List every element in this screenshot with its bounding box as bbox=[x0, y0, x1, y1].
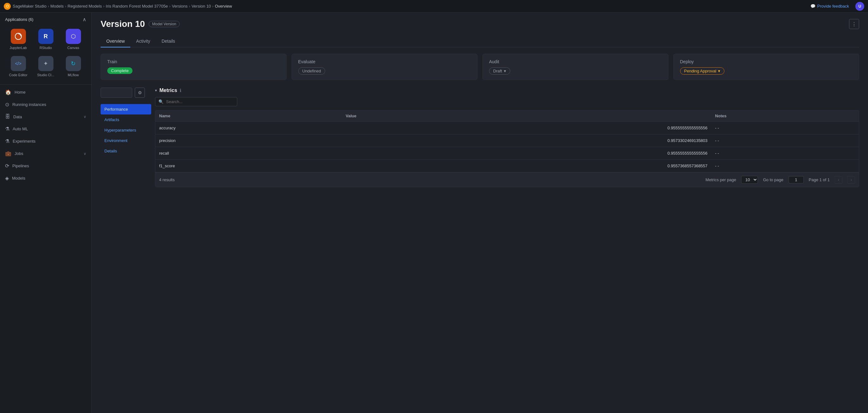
audit-status-badge[interactable]: Draft ▾ bbox=[489, 67, 510, 75]
sidebar-item-jobs[interactable]: 💼 Jobs ∨ bbox=[0, 147, 91, 160]
metrics-left: ⚙ Performance Artifacts Hyperparameters … bbox=[101, 88, 151, 156]
sidebar-divider-1 bbox=[0, 85, 91, 85]
top-nav-right: 💬 Provide feedback U bbox=[808, 2, 864, 11]
page-info: Page 1 of 1 bbox=[809, 178, 830, 182]
search-icon: 🔍 bbox=[158, 99, 163, 104]
sidebar-item-models[interactable]: ◈ Models bbox=[0, 172, 91, 184]
sidebar-data-label: Data bbox=[13, 115, 80, 119]
next-page-button[interactable]: › bbox=[847, 176, 855, 184]
cell-notes-2: - - bbox=[711, 147, 859, 160]
sidebar-item-experiments[interactable]: ⚗ Experiments bbox=[0, 135, 91, 147]
apps-grid: JupyterLab R RStudio ⬡ Canvas </> Code E… bbox=[0, 25, 91, 83]
app-canvas[interactable]: ⬡ Canvas bbox=[60, 26, 86, 52]
table-row: precision 0.9573302469135803 - - bbox=[155, 134, 859, 147]
jupyterlab-icon bbox=[11, 29, 26, 44]
running-instances-icon: ⊙ bbox=[5, 101, 9, 107]
app-mlflow[interactable]: ↻ MLflow bbox=[60, 54, 86, 80]
metrics-area: ⚙ Performance Artifacts Hyperparameters … bbox=[101, 88, 859, 187]
breadcrumb: SageMaker Studio › Models › Registered M… bbox=[13, 4, 232, 8]
models-icon: ◈ bbox=[5, 175, 9, 181]
metrics-search-box: 🔍 bbox=[155, 97, 237, 106]
app-studio-classic[interactable]: ✦ Studio Cl... bbox=[33, 54, 59, 80]
breadcrumb-models[interactable]: Models bbox=[50, 4, 64, 8]
sidebar-item-data[interactable]: 🗄 Data ∨ bbox=[0, 111, 91, 123]
content-area: Version 10 Model Version ⋮ Overview Acti… bbox=[92, 13, 868, 413]
home-icon: 🏠 bbox=[5, 89, 11, 95]
sidebar-item-pipelines[interactable]: ⟳ Pipelines bbox=[0, 160, 91, 172]
feedback-icon: 💬 bbox=[810, 4, 815, 8]
breadcrumb-registered-models[interactable]: Registered Models bbox=[68, 4, 102, 8]
user-avatar[interactable]: U bbox=[855, 2, 864, 11]
metrics-sidebar-details[interactable]: Details bbox=[101, 146, 151, 156]
audit-badge-label: Draft bbox=[493, 69, 502, 73]
breadcrumb-version10[interactable]: Version 10 bbox=[191, 4, 211, 8]
col-notes: Notes bbox=[711, 110, 859, 122]
metrics-section-title: Metrics bbox=[159, 88, 177, 93]
metrics-sidebar-performance[interactable]: Performance bbox=[101, 104, 151, 115]
evaluate-card-title: Evaluate bbox=[298, 59, 471, 64]
app-jupyterlab[interactable]: JupyterLab bbox=[5, 26, 31, 52]
cell-name-1: precision bbox=[155, 134, 342, 147]
sidebar-item-home[interactable]: 🏠 Home bbox=[0, 86, 91, 98]
page-header: Version 10 Model Version ⋮ bbox=[101, 19, 859, 29]
jupyterlab-label: JupyterLab bbox=[9, 46, 27, 50]
cell-name-0: accuracy bbox=[155, 122, 342, 134]
metrics-controls: ⚙ bbox=[101, 88, 151, 98]
tab-details[interactable]: Details bbox=[156, 35, 181, 47]
cell-name-2: recall bbox=[155, 147, 342, 160]
mlflow-icon: ↻ bbox=[66, 56, 81, 71]
experiments-icon: ⚗ bbox=[5, 138, 9, 144]
table-row: f1_score 0.9557368557368557 - - bbox=[155, 160, 859, 172]
breadcrumb-sep-3: › bbox=[103, 4, 104, 8]
metrics-info-icon[interactable]: ℹ bbox=[180, 88, 181, 93]
audit-dropdown-icon: ▾ bbox=[504, 69, 506, 73]
footer-right: Metrics per page 10 25 50 Go to page Pag… bbox=[705, 176, 855, 184]
train-card-title: Train bbox=[107, 59, 280, 64]
collapse-metrics-icon[interactable]: ▾ bbox=[155, 88, 157, 93]
mlflow-label: MLflow bbox=[68, 73, 79, 77]
app-rstudio[interactable]: R RStudio bbox=[33, 26, 59, 52]
deploy-dropdown-icon: ▾ bbox=[718, 69, 720, 73]
feedback-label: Provide feedback bbox=[817, 4, 849, 8]
metrics-sidebar-artifacts[interactable]: Artifacts bbox=[101, 115, 151, 125]
metrics-sidebar-hyperparameters[interactable]: Hyperparameters bbox=[101, 125, 151, 135]
settings-icon: ⚙ bbox=[138, 90, 142, 95]
apps-section-header: Applications (6) ∧ bbox=[0, 13, 91, 25]
tab-overview[interactable]: Overview bbox=[101, 35, 130, 47]
deploy-card-title: Deploy bbox=[680, 59, 853, 64]
metrics-header: ▾ Metrics ℹ bbox=[155, 88, 859, 93]
prev-page-button[interactable]: ‹ bbox=[835, 176, 842, 184]
table-row: recall 0.9555555555555556 - - bbox=[155, 147, 859, 160]
sidebar: Applications (6) ∧ JupyterLab R RStudio … bbox=[0, 13, 92, 413]
per-page-select[interactable]: 10 25 50 bbox=[741, 176, 758, 184]
data-icon: 🗄 bbox=[5, 114, 10, 120]
metrics-settings-button[interactable]: ⚙ bbox=[135, 88, 145, 98]
sidebar-item-running-instances[interactable]: ⊙ Running instances bbox=[0, 98, 91, 111]
metrics-search-input[interactable] bbox=[166, 99, 234, 104]
feedback-button[interactable]: 💬 Provide feedback bbox=[808, 3, 851, 10]
audit-status-card: Audit Draft ▾ bbox=[483, 54, 669, 80]
deploy-status-badge[interactable]: Pending Approval ▾ bbox=[680, 67, 725, 75]
metrics-filter-input[interactable] bbox=[101, 88, 132, 98]
sidebar-item-automl[interactable]: ⚗ Auto ML bbox=[0, 123, 91, 135]
metrics-content: ▾ Metrics ℹ 🔍 Name Value Notes bbox=[155, 88, 859, 187]
model-version-badge: Model Version bbox=[149, 21, 180, 27]
breadcrumb-sagemaker[interactable]: SageMaker Studio bbox=[13, 4, 46, 8]
metrics-sidebar: Performance Artifacts Hyperparameters En… bbox=[101, 104, 151, 156]
breadcrumb-sep-1: › bbox=[48, 4, 49, 8]
cell-notes-3: - - bbox=[711, 160, 859, 172]
more-options-button[interactable]: ⋮ bbox=[849, 19, 859, 29]
cell-notes-0: - - bbox=[711, 122, 859, 134]
metrics-sidebar-environment[interactable]: Environment bbox=[101, 135, 151, 146]
evaluate-status-card: Evaluate Undefined bbox=[292, 54, 478, 80]
top-nav: ⬡ SageMaker Studio › Models › Registered… bbox=[0, 0, 868, 13]
train-status-card: Train Complete bbox=[101, 54, 287, 80]
collapse-button[interactable]: ∧ bbox=[83, 17, 86, 23]
app-code-editor[interactable]: </> Code Editor bbox=[5, 54, 31, 80]
breadcrumb-model-name[interactable]: Iris Random Forest Model 37705e bbox=[106, 4, 168, 8]
jobs-icon: 💼 bbox=[5, 151, 11, 157]
breadcrumb-versions[interactable]: Versions bbox=[172, 4, 188, 8]
table-footer: 4 results Metrics per page 10 25 50 Go t… bbox=[155, 172, 859, 187]
goto-page-input[interactable] bbox=[788, 176, 804, 183]
tab-activity[interactable]: Activity bbox=[130, 35, 156, 47]
